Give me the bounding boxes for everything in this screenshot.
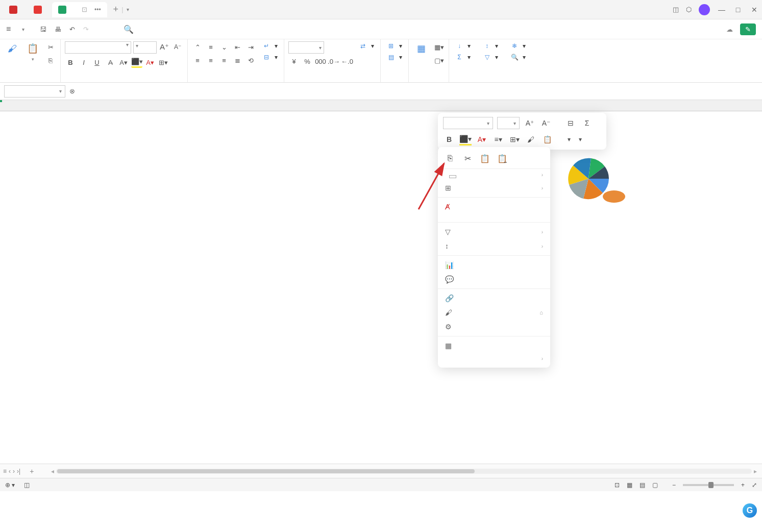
justify-icon[interactable]: ≣	[232, 55, 243, 66]
merge-button[interactable]: ⊟▾	[260, 53, 280, 62]
comma-icon[interactable]: 000	[315, 56, 326, 67]
layout-icon[interactable]: ◫	[673, 6, 679, 13]
find-button[interactable]: 🔍▾	[508, 53, 528, 62]
maximize-button[interactable]: □	[733, 6, 743, 14]
ctx-insert-item[interactable]: ⊞›	[438, 181, 550, 195]
view-reading-icon[interactable]: ▢	[652, 481, 658, 489]
cut-icon[interactable]: ✂	[45, 41, 56, 53]
file-tab[interactable]: ⊡•••	[52, 2, 107, 17]
scroll-left-icon[interactable]: ◂	[51, 468, 54, 475]
sheet-last-icon[interactable]: ›|	[17, 468, 20, 475]
spreadsheet-grid[interactable]	[0, 100, 762, 464]
mini-autosum-icon[interactable]: Σ	[581, 117, 593, 129]
italic-icon[interactable]: I	[78, 57, 89, 68]
cell-style-icon[interactable]: ▢▾	[433, 55, 445, 66]
horizontal-scrollbar[interactable]: ◂▸	[49, 468, 759, 475]
fill-color-icon[interactable]: ⬛▾	[131, 57, 142, 68]
decrease-font-icon[interactable]: A⁻	[172, 41, 183, 53]
add-sheet-button[interactable]: +	[24, 465, 39, 477]
percent-icon[interactable]: %	[302, 56, 313, 67]
close-icon[interactable]: •••	[94, 6, 101, 13]
share-button[interactable]: ✎	[740, 23, 756, 35]
ctx-filter-item[interactable]: ▽›	[438, 225, 550, 239]
mini-font-color-icon[interactable]: A▾	[476, 133, 488, 146]
orientation-icon[interactable]: ⟲	[245, 55, 256, 66]
hamburger-icon[interactable]: ≡	[6, 25, 11, 34]
paste-button[interactable]: 📋▾	[24, 41, 41, 63]
mini-brush-icon[interactable]: 🖌	[525, 133, 537, 146]
font-size-select[interactable]: ▾	[133, 41, 157, 54]
ctx-link-item[interactable]: 🔗	[438, 291, 550, 305]
close-button[interactable]: ✕	[750, 6, 759, 14]
scroll-right-icon[interactable]: ▸	[754, 468, 757, 475]
mini-bold-icon[interactable]: B	[443, 133, 455, 146]
file-menu[interactable]: ▾	[16, 25, 29, 34]
table-style-icon[interactable]: ▦▾	[433, 41, 445, 53]
search-icon[interactable]: 🔍	[124, 25, 134, 34]
freeze-button[interactable]: ❄▾	[508, 41, 528, 51]
strike-icon[interactable]: A̶	[105, 57, 116, 68]
mini-dec-font-icon[interactable]: A⁻	[540, 117, 552, 129]
ctx-brush-item[interactable]: 🖌⌂	[438, 305, 550, 320]
app-tab[interactable]	[3, 2, 27, 17]
ctx-more-item[interactable]: ›	[438, 353, 550, 365]
ctx-paste-icon[interactable]: 📋	[480, 153, 490, 163]
align-left-icon[interactable]: ≡	[192, 55, 203, 66]
name-box[interactable]: ▾	[4, 85, 65, 98]
template-tab[interactable]	[28, 2, 51, 17]
palette-icon[interactable]: ⊡	[614, 481, 620, 489]
ctx-cut-icon[interactable]: ✂	[462, 153, 473, 163]
align-middle-icon[interactable]: ≡	[205, 41, 216, 53]
font-color-icon[interactable]: A▾	[144, 57, 156, 68]
status-lock-icon[interactable]: ◫	[24, 481, 30, 489]
mini-unmerge-icon[interactable]: ⊟	[564, 117, 577, 129]
cube-icon[interactable]: ⬡	[686, 6, 692, 13]
mini-font-select[interactable]: ▾	[443, 117, 493, 129]
ctx-sort-item[interactable]: ↕›	[438, 239, 550, 253]
sheet-menu-icon[interactable]: ≡	[3, 468, 7, 475]
view-page-icon[interactable]: ▤	[640, 481, 645, 489]
underline-icon[interactable]: U	[91, 57, 103, 68]
print-icon[interactable]: 🖶	[55, 26, 61, 33]
ctx-pastefmt-icon[interactable]: 📋̤	[497, 153, 507, 163]
status-mode[interactable]: ⊕ ▾	[5, 481, 15, 489]
mini-sum-button[interactable]: ▾	[577, 133, 584, 146]
new-tab-button[interactable]: +	[113, 4, 119, 15]
zoom-in-icon[interactable]: +	[741, 481, 745, 489]
convert-button[interactable]: ⇄▾	[357, 41, 376, 51]
undo-icon[interactable]: ↶	[69, 26, 75, 33]
fullscreen-icon[interactable]: ⤢	[752, 481, 757, 489]
zoom-out-icon[interactable]: −	[672, 481, 676, 489]
mini-border-icon[interactable]: ⊞▾	[508, 133, 521, 146]
view-normal-icon[interactable]: ▦	[627, 481, 632, 489]
border-icon[interactable]: ⊞▾	[158, 57, 169, 68]
number-format-select[interactable]: ▾	[288, 41, 324, 54]
tab-menu-icon[interactable]: ⊡	[82, 6, 87, 13]
fill-button[interactable]: ↓▾	[453, 41, 473, 51]
cond-format-button[interactable]: ▦	[413, 41, 429, 57]
formula-input[interactable]	[82, 85, 758, 98]
increase-font-icon[interactable]: A⁺	[159, 41, 170, 53]
ctx-beautify-item[interactable]: ▦	[438, 338, 550, 353]
sheet-prev-icon[interactable]: ‹	[9, 468, 11, 475]
zoom-slider[interactable]	[683, 484, 734, 486]
save-icon[interactable]: 🖫	[40, 26, 46, 33]
ctx-copy-icon[interactable]: ⎘	[445, 153, 455, 163]
minimize-button[interactable]: —	[717, 6, 726, 14]
worksheet-button[interactable]: ▤▾	[385, 53, 404, 62]
font-name-select[interactable]: ▾	[65, 41, 131, 54]
sheet-next-icon[interactable]: ›	[13, 468, 15, 475]
indent-inc-icon[interactable]: ⇥	[245, 41, 256, 53]
ctx-comment-item[interactable]: 💬	[438, 272, 550, 286]
mini-align-icon[interactable]: ≡▾	[492, 133, 504, 146]
sum-button[interactable]: Σ▾	[453, 53, 473, 62]
indent-dec-icon[interactable]: ⇤	[232, 41, 243, 53]
copy-icon[interactable]: ⎘	[45, 55, 56, 66]
mini-size-select[interactable]: ▾	[497, 117, 520, 129]
dec-dec-icon[interactable]: ←.0	[341, 56, 353, 67]
ctx-clear-item[interactable]: A̸	[438, 200, 550, 214]
dec-inc-icon[interactable]: .0→	[328, 56, 339, 67]
rowcol-button[interactable]: ⊞▾	[385, 41, 404, 51]
align-center-icon[interactable]: ≡	[205, 55, 216, 66]
ctx-dropdown-item[interactable]	[438, 214, 550, 220]
